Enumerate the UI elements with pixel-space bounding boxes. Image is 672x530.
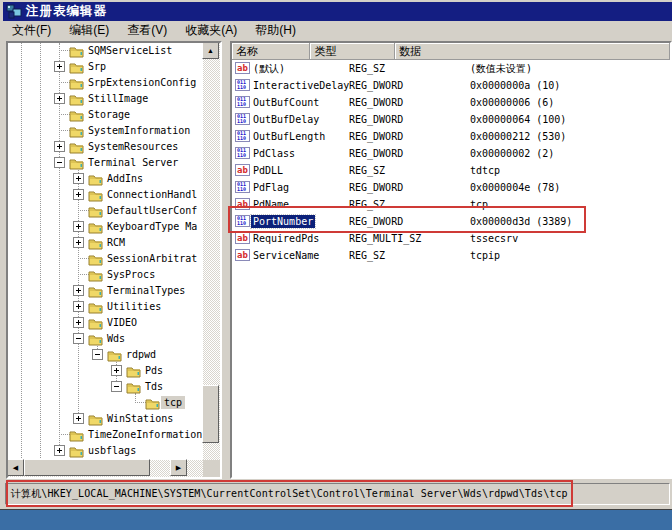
tree-key-label[interactable]: TimeZoneInformation [85,428,203,441]
expand-icon[interactable] [54,93,65,104]
tree-row[interactable]: SessionArbitrat [8,251,203,267]
tree-key-label[interactable]: KeyboardType Ma [104,220,200,233]
column-header-type[interactable]: 类型 [310,43,395,60]
tree-row[interactable]: Terminal Server [8,155,203,171]
tree-row[interactable]: SrpExtensionConfig [8,75,203,91]
tree-key-label[interactable]: StillImage [85,92,151,105]
tree-key-label[interactable]: Wds [104,332,128,345]
value-row[interactable]: PdFlagREG_DWORD0x0000004e (78) [232,179,670,196]
column-header-name[interactable]: 名称 [232,43,310,60]
tree-key-label[interactable]: SystemResources [85,140,181,153]
tree-row[interactable]: StillImage [8,91,203,107]
horizontal-scroll-thumb[interactable] [24,459,150,476]
tree-key-label[interactable]: SystemInformation [85,124,193,137]
value-name[interactable]: PdFlag [253,181,289,194]
tree-key-label[interactable]: Utilities [104,300,164,313]
expand-icon[interactable] [54,61,65,72]
value-row[interactable]: InteractiveDelayREG_DWORD0x0000000a (10) [232,77,670,94]
tree-row[interactable]: TimeZoneInformation [8,427,203,443]
tree-key-label[interactable]: AddIns [104,172,146,185]
value-row[interactable]: OutBufLengthREG_DWORD0x00000212 (530) [232,128,670,145]
tree-key-label[interactable]: WinStations [104,412,176,425]
value-row[interactable]: PdDLLREG_SZtdtcp [232,162,670,179]
collapse-icon[interactable] [54,157,65,168]
value-name[interactable]: OutBufDelay [253,113,319,126]
tree-key-label[interactable]: Srp [85,60,109,73]
expand-icon[interactable] [111,365,122,376]
value-row[interactable]: ServiceNameREG_SZtcpip [232,247,670,264]
tree-row[interactable]: VIDEO [8,315,203,331]
tree-row[interactable]: DefaultUserConf [8,203,203,219]
tree-horizontal-scrollbar[interactable]: ◀ ▶ [8,460,203,477]
tree-key-label[interactable]: SrpExtensionConfig [85,76,199,89]
expand-icon[interactable] [54,445,65,456]
tree-row[interactable]: SystemInformation [8,123,203,139]
title-bar[interactable]: 注册表编辑器 [3,2,672,21]
tree-row[interactable]: AddIns [8,171,203,187]
menu-item-help[interactable]: 帮助(H) [246,20,305,41]
tree-row[interactable]: Utilities [8,299,203,315]
menu-item-favorites[interactable]: 收藏夹(A) [176,20,246,41]
expand-icon[interactable] [73,221,84,232]
tree-key-label[interactable]: Pds [142,364,166,377]
tree-row[interactable]: SQMServiceList [8,43,203,59]
value-name[interactable]: ServiceName [253,249,319,262]
tree-key-label[interactable]: usbflags [85,444,139,457]
expand-icon[interactable] [73,237,84,248]
value-row[interactable]: OutBufDelayREG_DWORD0x00000064 (100) [232,111,670,128]
tree-row[interactable]: Storage [8,107,203,123]
tree-row[interactable]: SystemResources [8,139,203,155]
column-header-data[interactable]: 数据 [395,43,670,60]
tree-row[interactable]: SysProcs [8,267,203,283]
scroll-up-icon[interactable]: ▲ [202,42,219,59]
tree-key-label[interactable]: Tds [142,380,166,393]
value-name[interactable]: InteractiveDelay [253,79,349,92]
tree-key-label[interactable]: SessionArbitrat [104,252,200,265]
tree-row[interactable]: Pds [8,363,203,379]
tree-vertical-scrollbar[interactable]: ▲ ▼ [203,43,220,477]
value-name[interactable]: PdDLL [253,164,283,177]
value-row[interactable]: (默认)REG_SZ(数值未设置) [232,60,670,77]
scroll-left-icon[interactable]: ◀ [7,459,24,476]
tree-key-label[interactable]: SysProcs [104,268,158,281]
tree-row[interactable]: rdpwd [8,347,203,363]
collapse-icon[interactable] [73,333,84,344]
tree-key-label[interactable]: ConnectionHandl [104,188,200,201]
expand-icon[interactable] [73,285,84,296]
value-row[interactable]: PdClassREG_DWORD0x00000002 (2) [232,145,670,162]
tree-key-label[interactable]: SQMServiceList [85,44,175,57]
tree-row[interactable]: KeyboardType Ma [8,219,203,235]
tree-key-label[interactable]: VIDEO [104,316,140,329]
menu-item-view[interactable]: 查看(V) [118,20,176,41]
value-name[interactable]: PdClass [253,147,295,160]
tree-key-label[interactable]: Terminal Server [85,156,181,169]
value-name[interactable]: OutBufCount [253,96,319,109]
vertical-scroll-thumb[interactable] [202,385,219,443]
expand-icon[interactable] [73,413,84,424]
expand-icon[interactable] [54,141,65,152]
menu-item-edit[interactable]: 编辑(E) [60,20,118,41]
scroll-right-icon[interactable]: ▶ [170,459,187,476]
tree-row[interactable]: WinStations [8,411,203,427]
menu-item-file[interactable]: 文件(F) [3,20,60,41]
pane-divider[interactable] [222,41,230,479]
tree-row[interactable]: Wds [8,331,203,347]
value-name[interactable]: (默认) [253,62,285,75]
tree-row[interactable]: Srp [8,59,203,75]
tree-row[interactable]: tcp [8,395,203,411]
tree-key-label[interactable]: rdpwd [123,348,159,361]
expand-icon[interactable] [73,189,84,200]
collapse-icon[interactable] [111,381,122,392]
tree-key-label[interactable]: Storage [85,108,133,121]
tree-row[interactable]: usbflags [8,443,203,459]
tree-row[interactable]: TerminalTypes [8,283,203,299]
tree-row[interactable]: RCM [8,235,203,251]
tree-row[interactable]: Tds [8,379,203,395]
collapse-icon[interactable] [92,349,103,360]
tree-key-label[interactable]: TerminalTypes [104,284,188,297]
tree-key-label[interactable]: DefaultUserConf [104,204,200,217]
tree-row[interactable]: ConnectionHandl [8,187,203,203]
value-name[interactable]: OutBufLength [253,130,325,143]
expand-icon[interactable] [73,173,84,184]
expand-icon[interactable] [73,301,84,312]
